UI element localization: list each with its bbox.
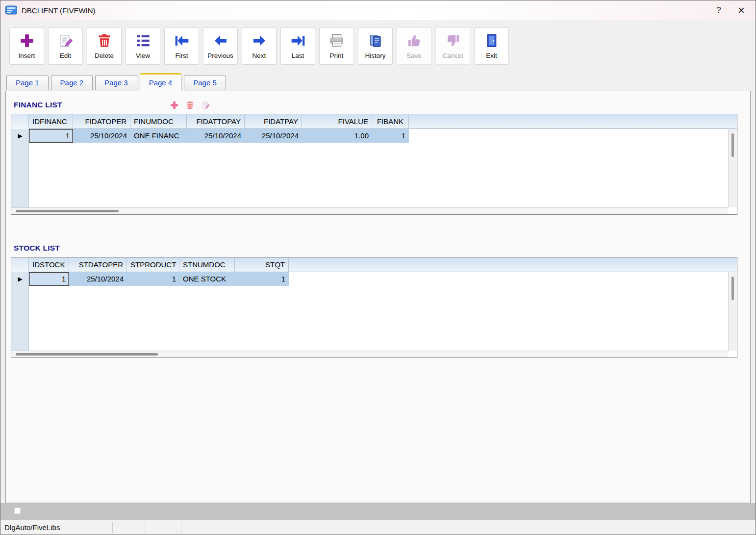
financ-edit-button[interactable] [201,100,211,110]
save-button[interactable]: Save [397,27,431,65]
stock-list-title: STOCK LIST [14,244,60,253]
stock-col-idstock[interactable]: IDSTOCK [29,257,69,272]
previous-button[interactable]: Previous [203,27,238,65]
statusbar-divider [112,522,113,533]
financ-delete-button[interactable] [185,100,196,110]
row-indicator: ▶ [11,129,29,143]
view-list-icon [135,33,151,51]
print-icon [329,33,345,51]
financ-header-filler [409,114,728,129]
previous-arrow-icon [213,33,228,51]
edit-button[interactable]: Edit [48,27,83,65]
statusbar-divider [145,522,145,533]
stock-vscroll-thumb[interactable] [731,277,734,300]
financ-grid-body: ▶ 1 25/10/2024 ONE FINANC 25/10/2024 25/… [11,129,728,207]
row-indicator: ▶ [11,272,29,286]
financ-vertical-scrollbar[interactable] [728,129,737,207]
title-bar: DBCLIENT (FIVEWIN) ? × [0,0,756,20]
financ-mini-toolbar [169,100,211,110]
exit-button[interactable]: Exit [474,27,509,65]
stock-hscroll-thumb[interactable] [16,353,158,356]
cancel-thumbs-down-icon [445,33,461,51]
cell-stnumdoc[interactable]: ONE STOCK [179,272,235,286]
close-button[interactable]: × [730,0,753,20]
cell-fivalue[interactable]: 1.00 [302,129,372,143]
grip-square [14,508,21,514]
last-button[interactable]: Last [280,27,315,65]
statusbar-divider [181,522,181,533]
financ-list-header: FINANC LIST [14,99,750,111]
tab-page-5[interactable]: Page 5 [184,75,226,90]
financ-vscroll-thumb[interactable] [731,133,734,157]
financ-hscroll-thumb[interactable] [16,210,119,212]
cell-idfinanc[interactable]: 1 [29,129,73,143]
current-row-arrow-icon: ▶ [18,129,22,143]
stock-grid-body: ▶ 1 25/10/2024 1 ONE STOCK 1 [11,272,728,351]
print-button[interactable]: Print [319,27,354,65]
history-button[interactable]: History [358,27,393,65]
financ-col-fivalue[interactable]: FIVALUE [302,114,372,129]
delete-button[interactable]: Delete [87,27,122,65]
table-row[interactable]: ▶ 1 25/10/2024 ONE FINANC 25/10/2024 25/… [11,129,409,143]
financ-col-fibank[interactable]: FIBANK [372,114,409,129]
stock-col-stproduct[interactable]: STPRODUCT [127,257,179,272]
last-arrow-icon [290,33,306,51]
financ-list-title: FINANC LIST [14,101,62,109]
tab-page-1[interactable]: Page 1 [6,75,49,90]
delete-trash-icon [97,33,112,51]
tab-page-4[interactable]: Page 4 [140,73,182,91]
edit-note-icon [58,33,74,51]
financ-col-fidatpay[interactable]: FIDATPAY [245,114,302,129]
view-button[interactable]: View [126,27,160,65]
cell-stdatoper[interactable]: 25/10/2024 [69,272,127,286]
cell-fidatoper[interactable]: 25/10/2024 [73,129,130,143]
window-title: DBCLIENT (FIVEWIN) [22,6,96,15]
stock-list-header: STOCK LIST [14,242,750,254]
cell-stproduct[interactable]: 1 [127,272,179,286]
first-button[interactable]: First [164,27,199,65]
app-icon [5,5,17,15]
cancel-button[interactable]: Cancel [435,27,470,65]
help-button[interactable]: ? [707,0,730,20]
history-icon [368,33,383,51]
stock-col-stnumdoc[interactable]: STNUMDOC [179,257,235,272]
next-button[interactable]: Next [242,27,277,65]
financ-indicator-header [11,114,29,129]
stock-vertical-scrollbar[interactable] [728,272,737,351]
financ-grid: IDFINANC FIDATOPER FINUMDOC FIDATTOPAY F… [11,114,737,215]
financ-col-idfinanc[interactable]: IDFINANC [29,114,73,129]
insert-button[interactable]: Insert [9,27,44,65]
financ-grid-header: IDFINANC FIDATOPER FINUMDOC FIDATTOPAY F… [11,114,737,129]
stock-col-stqt[interactable]: STQT [235,257,289,272]
stock-grid: IDSTOCK STDATOPER STPRODUCT STNUMDOC STQ… [11,257,737,358]
next-arrow-icon [252,33,267,51]
financ-col-finumdoc[interactable]: FINUMDOC [130,114,187,129]
page-tabs: Page 1 Page 2 Page 3 Page 4 Page 5 [0,72,756,91]
financ-col-fidatoper[interactable]: FIDATOPER [73,114,130,129]
insert-plus-icon [19,33,35,51]
stock-grid-header: IDSTOCK STDATOPER STPRODUCT STNUMDOC STQ… [11,257,737,272]
cell-fidatpay[interactable]: 25/10/2024 [245,129,302,143]
page-4-panel: FINANC LIST IDFINANC FIDATOPER FINUMDOC … [5,91,751,503]
stock-indicator-header [11,257,29,272]
cell-stqt[interactable]: 1 [235,272,289,286]
current-row-arrow-icon: ▶ [18,272,22,286]
cell-fidattopay[interactable]: 25/10/2024 [187,129,245,143]
dbclient-window: DBCLIENT (FIVEWIN) ? × Insert Edit Delet… [0,0,756,535]
stock-horizontal-scrollbar[interactable] [11,351,728,357]
financ-add-button[interactable] [169,100,180,110]
status-bar: DlgAuto/FiveLibs [0,520,756,535]
stock-header-filler [289,257,728,272]
financ-horizontal-scrollbar[interactable] [11,207,728,214]
cell-finumdoc[interactable]: ONE FINANC [130,129,187,143]
main-toolbar: Insert Edit Delete View First Previous N… [0,20,756,72]
tab-page-2[interactable]: Page 2 [51,75,93,90]
financ-col-fidattopay[interactable]: FIDATTOPAY [187,114,245,129]
cell-fibank[interactable]: 1 [372,129,409,143]
tab-page-3[interactable]: Page 3 [95,75,137,90]
status-text: DlgAuto/FiveLibs [4,523,60,532]
save-thumbs-up-icon [406,33,422,51]
cell-idstock[interactable]: 1 [29,272,69,286]
stock-col-stdatoper[interactable]: STDATOPER [69,257,127,272]
table-row[interactable]: ▶ 1 25/10/2024 1 ONE STOCK 1 [11,272,289,286]
